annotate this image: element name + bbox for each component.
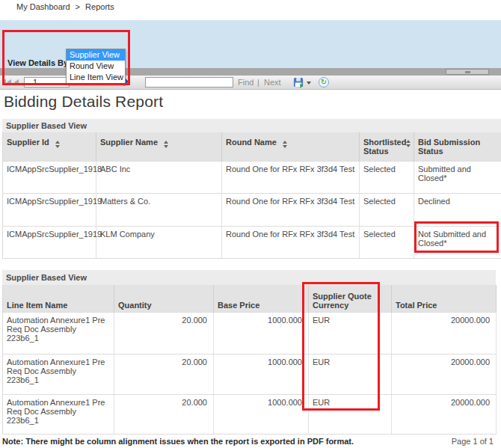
column-header-round-name[interactable]: Round Name [222, 132, 360, 161]
cell-round-name: Round One for RFx RFx 3f3d4 Test [222, 161, 360, 193]
splitter-handle[interactable] [446, 69, 489, 75]
cell-supplier-quote-currency: EUR [309, 354, 392, 394]
section-header-supplier-view-2: Supplier Based View [2, 270, 496, 285]
cell-line-item-name: Automation Annexure1 Pre Req Doc Assembl… [3, 394, 114, 434]
refresh-icon: ↻ [319, 77, 329, 88]
cell-supplier-name: ABC Inc [96, 161, 222, 193]
cell-line-item-name: Automation Annexure1 Pre Req Doc Assembl… [3, 354, 114, 394]
table-row: Automation Annexure1 Pre Req Doc Assembl… [3, 354, 497, 394]
option-line-item-view[interactable]: Line Item View [67, 72, 125, 83]
cell-shortlisted-status: Selected [360, 161, 414, 193]
page-number-input[interactable] [24, 77, 70, 88]
find-button[interactable]: Find [238, 78, 253, 87]
find-next-separator: | [257, 78, 259, 87]
cell-supplier-id: ICMAppSrcSupplier_1919 [3, 193, 96, 226]
cell-supplier-quote-currency: EUR [309, 312, 392, 354]
column-header-label: Round Name [226, 138, 277, 147]
cell-total-price: 20000.000 [392, 312, 497, 354]
cell-supplier-id: ICMAppSrcSupplier_1918 [3, 161, 96, 193]
view-details-label: View Details By: [7, 58, 71, 67]
section-header-supplier-view-1: Supplier Based View [2, 119, 501, 132]
cell-quantity: 20.000 [114, 394, 214, 434]
cell-total-price: 20000.000 [392, 354, 497, 394]
sort-icon[interactable] [406, 140, 411, 147]
cell-supplier-name: KLM Company [96, 226, 222, 258]
table-row: ICMAppSrcSupplier_1919 KLM Company Round… [3, 226, 501, 258]
breadcrumb-separator: > [76, 2, 80, 11]
column-header-supplier-quote-currency: Supplier Quote Currency [309, 285, 392, 312]
cell-quantity: 20.000 [114, 354, 214, 394]
page-indicator: Page 1 of 1 [452, 437, 494, 446]
export-dropdown-button[interactable] [307, 82, 311, 85]
column-header-line-item-name: Line Item Name [3, 285, 114, 312]
column-header-quantity: Quantity [114, 285, 214, 312]
first-page-arrow-icon [7, 79, 11, 85]
column-header-base-price: Base Price [214, 285, 309, 312]
cell-round-name: Round One for RFx RFx 3f3d4 Test [222, 226, 360, 258]
cell-round-name: Round One for RFx RFx 3f3d4 Test [222, 193, 360, 226]
line-item-table: Line Item Name Quantity Base Price Suppl… [2, 285, 497, 435]
cell-quantity: 20.000 [114, 312, 214, 354]
cell-supplier-id: ICMAppSrcSupplier_1919 [3, 226, 96, 258]
column-header-label: Supplier Name [100, 138, 158, 147]
search-input[interactable] [145, 77, 233, 88]
cell-bid-submission-status: Declined [414, 193, 501, 226]
table-row: ICMAppSrcSupplier_1918 ABC Inc Round One… [3, 161, 501, 193]
cell-base-price: 1000.000 [214, 312, 309, 354]
refresh-button[interactable]: ↻ [319, 77, 329, 88]
export-save-icon [293, 77, 304, 88]
first-page-button[interactable] [4, 79, 11, 85]
breadcrumb: My Dashboard > Reports [16, 2, 117, 11]
column-header-shortlisted-status[interactable]: Shortlisted Status [360, 132, 414, 161]
cell-bid-submission-status: Not Submitted and Closed* [414, 226, 501, 258]
export-dropdown-caret-icon [307, 82, 311, 85]
sort-icon[interactable] [283, 141, 287, 148]
report-viewer-screen: My Dashboard > Reports View Details By: … [0, 0, 501, 448]
cell-supplier-quote-currency: EUR [309, 394, 392, 434]
prev-page-icon [14, 79, 19, 85]
cell-base-price: 1000.000 [214, 354, 309, 394]
option-round-view[interactable]: Round View [67, 61, 125, 72]
grip-icon [465, 71, 470, 73]
prev-page-button[interactable] [14, 79, 19, 85]
column-header-supplier-name[interactable]: Supplier Name [96, 132, 222, 161]
supplier-table: Supplier Id Supplier Name Round Name Sho… [2, 132, 501, 259]
table-row: ICMAppSrcSupplier_1919 Matters & Co. Rou… [3, 193, 501, 226]
table-row: Automation Annexure1 Pre Req Doc Assembl… [3, 312, 497, 354]
cell-line-item-name: Automation Annexure1 Pre Req Doc Assembl… [3, 312, 114, 354]
first-page-icon [4, 79, 6, 85]
table-row: Automation Annexure1 Pre Req Doc Assembl… [3, 394, 497, 434]
cell-shortlisted-status: Selected [360, 226, 414, 258]
column-header-label: Shortlisted Status [363, 138, 406, 156]
cell-shortlisted-status: Selected [360, 193, 414, 226]
view-options-dropdown: Supplier View Round View Line Item View [66, 49, 126, 84]
column-header-label: Bid Submission Status [418, 138, 480, 156]
option-supplier-view[interactable]: Supplier View [67, 49, 125, 61]
sort-icon[interactable] [55, 141, 60, 148]
cell-total-price: 20000.000 [392, 394, 497, 434]
export-note: Note: There might be column alignment is… [2, 437, 354, 446]
column-header-bid-submission-status: Bid Submission Status [414, 132, 501, 161]
cell-base-price: 1000.000 [214, 394, 309, 434]
export-button[interactable] [293, 77, 304, 88]
breadcrumb-item-dashboard[interactable]: My Dashboard [16, 2, 70, 11]
column-header-total-price: Total Price [392, 285, 497, 312]
column-header-label: Supplier Id [7, 138, 49, 147]
report-title: Bidding Details Report [4, 93, 163, 111]
sort-icon[interactable] [164, 141, 168, 148]
column-header-supplier-id[interactable]: Supplier Id [3, 132, 96, 161]
cell-bid-submission-status: Submitted and Closed* [414, 161, 501, 193]
next-result-button[interactable]: Next [264, 78, 281, 87]
cell-supplier-name: Matters & Co. [96, 193, 222, 226]
breadcrumb-item-reports[interactable]: Reports [85, 2, 114, 11]
